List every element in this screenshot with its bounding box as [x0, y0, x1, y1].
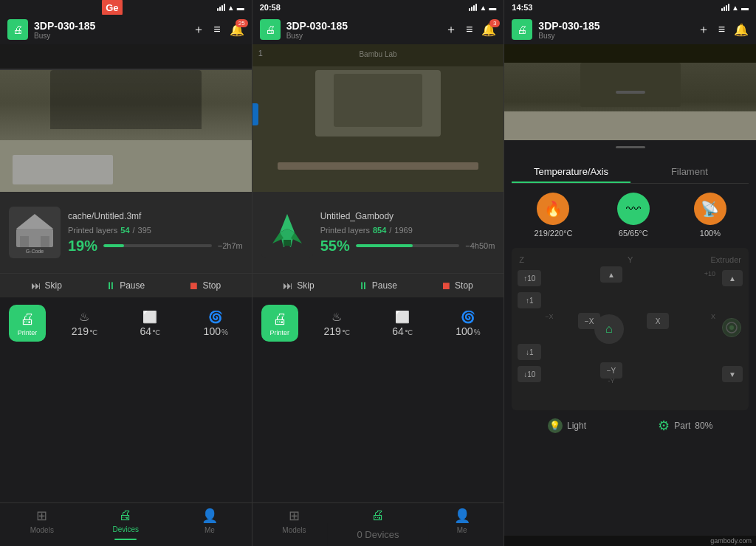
x-plus-label: X — [711, 313, 715, 320]
zero-devices-text: 0 Devices — [357, 529, 399, 540]
nozzle-reading: 219/220°C — [534, 229, 572, 238]
printer-status-icon: 🖨 — [7, 19, 28, 40]
signal-icon — [217, 4, 225, 11]
status-bar-1: Ge ▲ ▬ — [0, 0, 252, 15]
gcode-thumbnail-1: G-Code — [9, 207, 61, 258]
x-plus-button[interactable]: X — [647, 313, 669, 329]
extruder-down-button[interactable]: ▼ — [722, 366, 743, 382]
me-tab-icon-2: 👤 — [454, 508, 470, 524]
models-tab-icon-2: ⊞ — [289, 508, 300, 524]
y-minus-button[interactable]: −Y — [600, 362, 622, 379]
header-actions-3: ＋ ≡ 🔔 — [698, 22, 749, 38]
camera-view-1 — [0, 44, 252, 192]
status-time-2: 20:58 — [260, 3, 281, 12]
notifications-button-1[interactable]: 🔔25 — [230, 23, 244, 37]
printer-scene-2: Bambu Lab 1 — [252, 44, 504, 192]
gcode-3d-model-1: G-Code — [13, 210, 57, 255]
signal-icon-3 — [721, 4, 729, 11]
tab-devices-1[interactable]: 🖨 Devices — [84, 508, 168, 540]
fan-speed-1: 🌀 100 % — [189, 310, 243, 337]
part-gear-icon: ⚙ — [658, 418, 670, 434]
printer-scene-1 — [0, 44, 252, 192]
notification-badge-1: 25 — [236, 19, 248, 27]
status-icons-2: ▲ ▬ — [469, 4, 496, 12]
skip-button-2[interactable]: ⏭ Skip — [283, 280, 314, 291]
filename-2: Untitled_Gambody — [320, 211, 495, 221]
tab-me-2[interactable]: 👤 Me — [420, 508, 504, 540]
extruder-center — [722, 318, 741, 337]
layers-current-1: 54 — [120, 226, 129, 235]
extruder-up-button[interactable]: ▲ — [722, 270, 743, 286]
layers-label-1: Printed layers — [68, 226, 117, 235]
fan-icon-circle[interactable]: 📡 — [694, 193, 726, 225]
screen-3: 14:53 ▲ ▬ 🖨 3DP-030-185 Busy ＋ ≡ 🔔 — [504, 0, 756, 546]
menu-button-2[interactable]: ≡ — [466, 23, 472, 36]
app-header-1: 🖨 3DP-030-185 Busy ＋ ≡ 🔔25 — [0, 15, 252, 44]
printer-btn-icon-2: 🖨 — [272, 311, 287, 328]
part-button[interactable]: ⚙ Part 80% — [658, 418, 712, 434]
stats-row-1: 🖨 Printer ♨ 219 ℃ ⬜ 64 ℃ 🌀 10 — [0, 297, 252, 349]
wifi-icon: ▲ — [227, 4, 235, 12]
notifications-button-3[interactable]: 🔔 — [734, 23, 749, 37]
progress-pct-2: 55% — [320, 238, 350, 255]
pause-button-1[interactable]: ⏸ Pause — [106, 280, 145, 291]
print-info-2: Untitled_Gambody Printed layers 854 / 19… — [320, 211, 495, 255]
y-plus-button[interactable]: ▲ — [600, 266, 622, 283]
filament-tab[interactable]: Filament — [630, 162, 749, 183]
header-title-group-1: 3DP-030-185 Busy — [34, 20, 187, 40]
header-actions-1: ＋ ≡ 🔔25 — [193, 22, 244, 38]
add-button-1[interactable]: ＋ — [193, 22, 205, 38]
app-header-2: 🖨 3DP-030-185 Busy ＋ ≡ 🔔3 — [252, 15, 504, 44]
add-button-2[interactable]: ＋ — [445, 22, 457, 38]
skip-button-1[interactable]: ⏭ Skip — [31, 280, 62, 291]
tab-indicator-1 — [114, 539, 137, 540]
tab-models-2[interactable]: ⊞ Models — [252, 508, 337, 540]
devices-tab-icon-2: 🖨 — [371, 508, 385, 523]
z-axis-label: Z — [519, 255, 524, 264]
gambody-footer: gambody.com — [504, 536, 756, 546]
light-button[interactable]: 💡 Light — [548, 418, 586, 433]
light-circle-icon: 💡 — [548, 418, 563, 433]
notifications-button-2[interactable]: 🔔3 — [481, 23, 496, 37]
printer-button-1[interactable]: 🖨 Printer — [9, 305, 46, 342]
models-tab-icon-1: ⊞ — [36, 508, 47, 524]
menu-button-3[interactable]: ≡ — [718, 23, 725, 36]
screen-1: Ge ▲ ▬ 🖨 3DP-030-185 Busy ＋ ≡ — [0, 0, 252, 546]
nozzle-temp-icon[interactable]: 🔥 — [537, 193, 569, 225]
svg-point-11 — [729, 325, 734, 330]
bed-temp-icon[interactable]: 〰 — [617, 193, 650, 225]
fan-icon-2: 🌀 — [461, 310, 475, 324]
pause-button-2[interactable]: ⏸ Pause — [358, 280, 397, 291]
pause-icon-2: ⏸ — [358, 280, 368, 291]
temp-axis-tab[interactable]: Temperature/Axis — [512, 162, 630, 183]
svg-text:G-Code: G-Code — [26, 249, 44, 254]
layers-label-2: Printed layers — [320, 226, 370, 235]
svg-rect-3 — [41, 236, 49, 247]
status-bar-2: 20:58 ▲ ▬ — [252, 0, 504, 15]
stop-button-1[interactable]: ⏹ Stop — [188, 280, 221, 291]
z-down10-button[interactable]: ↓10 — [518, 366, 541, 382]
stop-button-2[interactable]: ⏹ Stop — [441, 280, 473, 291]
temp-circles-row: 🔥 219/220°C 〰 65/65°C 📡 100% — [512, 193, 749, 238]
nozzle-temp-1: ♨ 219 ℃ — [58, 310, 111, 337]
status-icons-1: ▲ ▬ — [217, 4, 244, 12]
z-down1-button[interactable]: ↓1 — [518, 344, 541, 360]
fan-reading: 100% — [700, 229, 721, 238]
x-minus-label: −X — [545, 313, 553, 320]
bed-icon-2: ⬜ — [395, 310, 410, 324]
tab-models-1[interactable]: ⊞ Models — [0, 508, 84, 540]
tab-me-1[interactable]: 👤 Me — [168, 508, 252, 540]
menu-button-1[interactable]: ≡ — [213, 23, 220, 36]
svg-rect-2 — [20, 236, 29, 247]
layer-number-overlay: 1 — [258, 49, 263, 58]
z-up1-button[interactable]: ↑1 — [518, 292, 541, 308]
printer-button-2[interactable]: 🖨 Printer — [261, 305, 298, 342]
header-title-group-3: 3DP-030-185 Busy — [538, 20, 691, 40]
me-tab-icon-1: 👤 — [202, 508, 218, 524]
wifi-icon-3: ▲ — [732, 4, 739, 12]
nozzle-icon-1: ♨ — [79, 310, 89, 324]
add-button-3[interactable]: ＋ — [698, 22, 709, 38]
z-up10-button[interactable]: ↑10 — [518, 270, 541, 286]
home-button[interactable]: ⌂ — [594, 314, 624, 344]
nozzle-temp-circle: 🔥 219/220°C — [534, 193, 572, 238]
